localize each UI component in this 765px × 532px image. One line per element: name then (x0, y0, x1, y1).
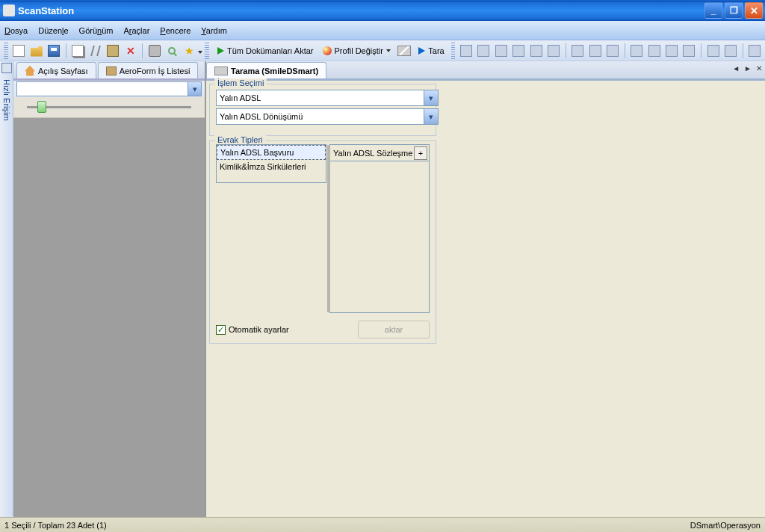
filter-combo[interactable] (16, 81, 202, 96)
minimize-button[interactable]: _ (704, 2, 722, 19)
print-icon (149, 45, 161, 57)
fit-button[interactable] (493, 43, 509, 59)
left-toolbar (13, 81, 205, 97)
auto-settings-checkbox[interactable]: ✓ Otomatik ayarlar (216, 325, 289, 335)
cut-button[interactable] (87, 43, 103, 59)
scan-arrow-icon (418, 47, 425, 55)
quick-access-label: Hızlı Erişim (2, 79, 11, 121)
tool-a-button[interactable] (629, 43, 645, 59)
tab-next[interactable]: ► (744, 64, 752, 72)
thumbnail-area[interactable] (13, 118, 205, 517)
list-item[interactable]: Kimlik&İmza Sirkülerleri (217, 160, 326, 174)
nav-fwd-button[interactable] (722, 43, 738, 59)
toolbar-grip-3[interactable] (451, 43, 456, 59)
flip-button[interactable] (604, 43, 620, 59)
client-area: Hızlı Erişim Açılış Sayfası AeroForm İş … (0, 61, 765, 517)
text-tool-icon (749, 45, 761, 57)
titlebar: ScanStation _ ❐ ✕ (0, 0, 765, 21)
open-icon (31, 45, 43, 57)
scan-button[interactable]: Tara (412, 43, 448, 59)
tool-d-icon (683, 45, 695, 57)
star-icon: ★ (185, 45, 194, 57)
select-process-1[interactable]: Yalın ADSL (216, 90, 439, 106)
menu-gorunum[interactable]: Görünüm (79, 22, 114, 40)
tool-b-icon (648, 45, 660, 57)
tab-close[interactable]: ✕ (756, 64, 762, 72)
quick-access-strip[interactable]: Hızlı Erişim (0, 61, 13, 517)
fit-icon (495, 45, 507, 57)
text-tool-button[interactable] (747, 43, 763, 59)
scan-tab-icon (214, 66, 228, 75)
menu-araclar[interactable]: Araçlar (123, 22, 149, 40)
copy-button[interactable] (70, 43, 86, 59)
doc-type-list[interactable]: Yalın ADSL Başvuru Kimlik&İmza Sirkülerl… (216, 144, 326, 183)
maximize-button[interactable]: ❐ (725, 2, 743, 19)
main-area: Tarama (SmileDSmart) ◄ ► ✕ İşlem Seçimi … (206, 61, 765, 517)
cut-icon (90, 46, 101, 56)
menu-duzenle[interactable]: Düzenle (38, 22, 68, 40)
paste-button[interactable] (105, 43, 120, 59)
select-process-2[interactable]: Yalın ADSL Dönüşümü (216, 108, 439, 125)
pin-icon[interactable] (1, 63, 12, 73)
close-button[interactable]: ✕ (745, 2, 763, 19)
tool-b-button[interactable] (646, 43, 662, 59)
export-icon (217, 47, 224, 55)
profile-change-button[interactable]: Profil Değiştir (318, 43, 395, 59)
list-item[interactable]: Yalın ADSL Başvuru (217, 145, 326, 160)
aktar-button[interactable]: aktar (358, 321, 430, 338)
tool-a-icon (631, 45, 642, 57)
nav-back-icon (707, 45, 719, 57)
menu-yardim[interactable]: Yardım (201, 22, 227, 40)
rotate-right-button[interactable] (587, 43, 603, 59)
home-icon (25, 66, 35, 76)
actual-size-icon (548, 45, 560, 57)
form-pane: İşlem Seçimi Yalın ADSL Yalın ADSL Dönüş… (206, 81, 439, 351)
menu-dosya[interactable]: DDosyaosya (4, 22, 28, 40)
tab-tarama[interactable]: Tarama (SmileDSmart) (206, 62, 326, 78)
find-button[interactable] (164, 43, 179, 59)
group-evrak-legend: Evrak Tipleri (214, 135, 266, 144)
fit-width-button[interactable] (511, 43, 527, 59)
actual-size-button[interactable] (545, 43, 561, 59)
status-left: 1 Seçili / Toplam 23 Adet (1) (4, 521, 107, 530)
toolbar-grip-2[interactable] (205, 43, 209, 59)
tab-worklist[interactable]: AeroForm İş Listesi (98, 62, 199, 78)
tab-home[interactable]: Açılış Sayfası (16, 62, 96, 78)
new-button[interactable] (11, 43, 27, 59)
fit-height-icon (530, 45, 542, 57)
toolbar-grip[interactable] (4, 43, 8, 59)
tab-prev[interactable]: ◄ (732, 64, 740, 72)
zoom-out-button[interactable] (476, 43, 492, 59)
scanner-icon (397, 46, 411, 56)
tool-c-button[interactable] (663, 43, 679, 59)
group-islem: İşlem Seçimi Yalın ADSL Yalın ADSL Dönüş… (209, 84, 436, 136)
fit-height-button[interactable] (528, 43, 544, 59)
tool-c-icon (666, 45, 678, 57)
nav-back-button[interactable] (705, 43, 721, 59)
save-button[interactable] (46, 43, 61, 59)
left-panel: Açılış Sayfası AeroForm İş Listesi (13, 61, 206, 517)
paste-icon (107, 45, 119, 57)
new-icon (13, 45, 25, 57)
zoom-out-icon (477, 45, 489, 57)
left-tabs: Açılış Sayfası AeroForm İş Listesi (13, 61, 205, 81)
nav-fwd-icon (725, 45, 737, 57)
favorite-dropdown[interactable] (195, 46, 202, 55)
package-icon (106, 66, 117, 75)
slider-thumb[interactable] (37, 101, 46, 113)
fit-width-icon (512, 45, 524, 57)
rotate-left-button[interactable] (570, 43, 586, 59)
export-all-button[interactable]: Tüm Dokümanları Aktar (211, 43, 318, 59)
add-page-button[interactable]: + (414, 146, 427, 160)
zoom-in-button[interactable] (458, 43, 474, 59)
print-button[interactable] (146, 43, 162, 59)
tool-d-button[interactable] (681, 43, 697, 59)
splitter[interactable] (327, 145, 330, 312)
doc-subtab[interactable]: Yalın ADSL Sözleşme + (330, 145, 429, 161)
flip-icon (607, 45, 619, 57)
open-button[interactable] (28, 43, 44, 59)
scanner-button[interactable] (396, 43, 412, 59)
zoom-slider[interactable] (13, 97, 205, 118)
menu-pencere[interactable]: Pencere (160, 22, 191, 40)
delete-button[interactable]: ✕ (123, 43, 138, 59)
